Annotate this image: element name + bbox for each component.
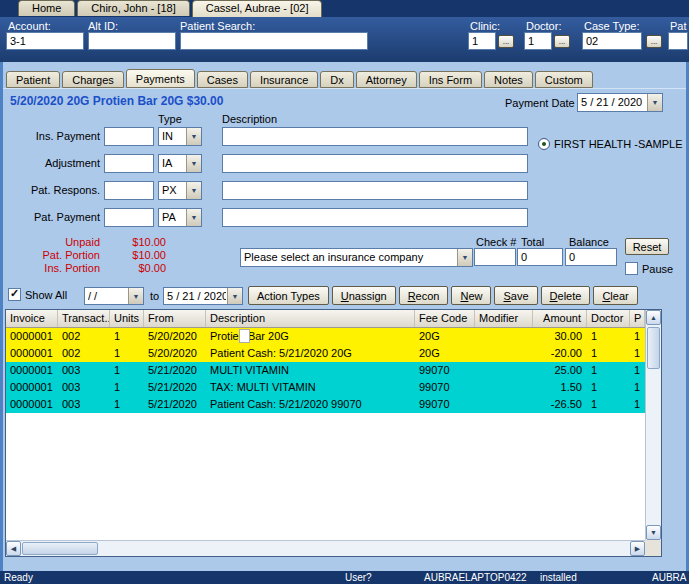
cell-amount: -20.00: [533, 345, 587, 362]
scroll-right-icon[interactable]: ▶: [630, 541, 645, 556]
vertical-scrollbar[interactable]: ▲ ▼: [645, 310, 661, 540]
payment-date-select[interactable]: 5 / 21 / 2020 ▼: [577, 93, 663, 112]
tab-charges[interactable]: Charges: [62, 71, 124, 88]
chevron-down-icon[interactable]: ▼: [186, 128, 201, 145]
tab-insurance[interactable]: Insurance: [250, 71, 318, 88]
insurance-radio-label: FIRST HEALTH -SAMPLE INS: [554, 138, 689, 150]
pat-respons-description-input[interactable]: [222, 181, 528, 200]
balance-input[interactable]: [565, 248, 617, 266]
tab-payments[interactable]: Payments: [126, 69, 195, 88]
grid-header: InvoiceTransact...▲UnitsFromDescriptionF…: [6, 310, 645, 328]
tab-dx[interactable]: Dx: [320, 71, 353, 88]
column-header-units[interactable]: Units: [110, 310, 144, 327]
table-row[interactable]: 000000100215/20/2020Patient Cash: 5/21/2…: [6, 345, 645, 362]
clear-button[interactable]: Clear: [593, 286, 637, 305]
clinic-browse-button[interactable]: ...: [498, 35, 514, 48]
clinic-input[interactable]: [468, 32, 496, 50]
tab-custom[interactable]: Custom: [535, 71, 593, 88]
chevron-down-icon[interactable]: ▼: [647, 94, 662, 111]
column-header-transact[interactable]: Transact...▲: [58, 310, 110, 327]
column-header-from[interactable]: From: [144, 310, 206, 327]
pat-respons-amount-input[interactable]: [104, 181, 154, 200]
cell-description: TAX: MULTI VITAMIN: [206, 379, 415, 396]
alt-id-label: Alt ID:: [88, 20, 118, 32]
show-all-checkbox[interactable]: ✓ Show All: [8, 288, 67, 301]
case-type-browse-button[interactable]: ...: [646, 35, 662, 48]
patient-type-input[interactable]: [668, 32, 688, 50]
pause-checkbox[interactable]: Pause: [625, 262, 673, 275]
cell-amount: 30.00: [533, 328, 587, 345]
adjustment-amount-input[interactable]: [104, 154, 154, 173]
to-label: to: [150, 290, 159, 302]
account-input[interactable]: [6, 32, 84, 50]
recon-button[interactable]: Recon: [399, 286, 449, 305]
tab-attorney[interactable]: Attorney: [356, 71, 417, 88]
ins-payment-type-select[interactable]: IN▼: [158, 127, 202, 146]
save-button[interactable]: Save: [494, 286, 537, 305]
pat-payment-amount-input[interactable]: [104, 208, 154, 227]
window-tab-home[interactable]: Home: [18, 0, 75, 16]
doctor-browse-button[interactable]: ...: [554, 35, 570, 48]
case-type-input[interactable]: [582, 32, 642, 50]
alt-id-input[interactable]: [88, 32, 176, 50]
column-header-amount[interactable]: Amount: [533, 310, 587, 327]
chevron-down-icon[interactable]: ▼: [227, 288, 242, 304]
reset-button[interactable]: Reset: [625, 238, 669, 255]
insurance-radio[interactable]: FIRST HEALTH -SAMPLE INS: [538, 138, 689, 150]
horizontal-scrollbar[interactable]: ◀ ▶: [6, 540, 645, 556]
unpaid-label: Unpaid: [10, 236, 100, 248]
window-border-left: [0, 62, 3, 571]
check-number-input[interactable]: [474, 248, 516, 266]
chevron-down-icon[interactable]: ▼: [128, 288, 143, 304]
table-row[interactable]: 000000100315/21/2020Patient Cash: 5/21/2…: [6, 396, 645, 413]
table-row[interactable]: 000000100215/20/2020Protien Bar 20G20G30…: [6, 328, 645, 345]
adjustment-description-input[interactable]: [222, 154, 528, 173]
tab-cases[interactable]: Cases: [197, 71, 248, 88]
column-header-p[interactable]: P: [630, 310, 645, 327]
delete-button[interactable]: Delete: [541, 286, 591, 305]
vertical-scroll-thumb[interactable]: [647, 327, 660, 369]
column-header-modifier[interactable]: Modifier: [475, 310, 533, 327]
adjustment-type-select[interactable]: IA▼: [158, 154, 202, 173]
doctor-input[interactable]: [524, 32, 552, 50]
column-header-description[interactable]: Description: [206, 310, 415, 327]
column-header-invoice[interactable]: Invoice: [6, 310, 58, 327]
new-button[interactable]: New: [451, 286, 491, 305]
pat-respons-type-select[interactable]: PX▼: [158, 181, 202, 200]
total-input[interactable]: [517, 248, 563, 266]
to-date-select[interactable]: 5 / 21 / 2020 ▼: [163, 287, 243, 305]
scroll-left-icon[interactable]: ◀: [6, 541, 21, 556]
cell-doctor: 1: [587, 328, 630, 345]
unassign-button[interactable]: Unassign: [332, 286, 396, 305]
cell-modifier: [475, 328, 533, 345]
from-date-select[interactable]: / / ▼: [84, 287, 144, 305]
chevron-down-icon[interactable]: ▼: [186, 209, 201, 226]
tab-patient[interactable]: Patient: [6, 71, 60, 88]
payment-date-value: 5 / 21 / 2020: [581, 96, 646, 108]
window-tab-cassel-aubrae-02[interactable]: Cassel, Aubrae - [02]: [192, 0, 323, 17]
horizontal-scroll-thumb[interactable]: [22, 542, 98, 555]
pat-portion-label: Pat. Portion: [10, 249, 100, 261]
ins-payment-amount-input[interactable]: [104, 127, 154, 146]
tab-ins-form[interactable]: Ins Form: [419, 71, 482, 88]
pat-payment-type-select[interactable]: PA▼: [158, 208, 202, 227]
cell-units: 1: [110, 328, 144, 345]
column-header-fee-code[interactable]: Fee Code: [415, 310, 475, 327]
window-tab-chiro-john-18[interactable]: Chiro, John - [18]: [77, 0, 189, 16]
action-types-button[interactable]: Action Types: [248, 286, 329, 305]
insurance-company-value: Please select an insurance company: [244, 251, 456, 263]
scroll-up-icon[interactable]: ▲: [646, 310, 661, 325]
patient-search-input[interactable]: [180, 32, 368, 50]
column-header-doctor[interactable]: Doctor: [587, 310, 630, 327]
chevron-down-icon[interactable]: ▼: [186, 182, 201, 199]
scroll-down-icon[interactable]: ▼: [646, 525, 661, 540]
chevron-down-icon[interactable]: ▼: [186, 155, 201, 172]
tab-notes[interactable]: Notes: [484, 71, 533, 88]
table-row[interactable]: 000000100315/21/2020MULTI VITAMIN9907025…: [6, 362, 645, 379]
table-row[interactable]: 000000100315/21/2020TAX: MULTI VITAMIN99…: [6, 379, 645, 396]
payment-row-pat-respons: Pat. Respons.PX▼: [0, 181, 689, 201]
insurance-company-select[interactable]: Please select an insurance company ▼: [240, 248, 473, 267]
pat-payment-description-input[interactable]: [222, 208, 528, 227]
chevron-down-icon[interactable]: ▼: [457, 249, 472, 266]
ins-payment-description-input[interactable]: [222, 127, 528, 146]
